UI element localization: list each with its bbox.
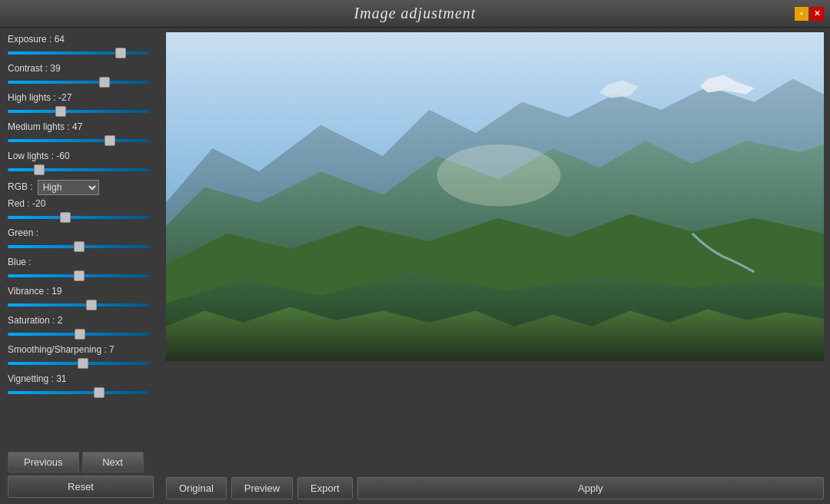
contrast-slider-container xyxy=(8,75,154,89)
rgb-select[interactable]: High Medium Low xyxy=(38,180,99,195)
blue-control: Blue : xyxy=(8,257,154,283)
saturation-control: Saturation : 2 xyxy=(8,315,154,341)
exposure-control: Exposure : 64 xyxy=(8,34,154,60)
blue-slider[interactable] xyxy=(8,274,150,277)
vibrance-control: Vibrance : 19 xyxy=(8,286,154,312)
saturation-slider-container xyxy=(8,327,154,341)
previous-button[interactable]: Previous xyxy=(8,452,79,472)
lowlights-label: Low lights : -60 xyxy=(8,151,154,161)
titlebar: Image adjustment ▪ ✕ xyxy=(0,0,830,28)
medlights-label: Medium lights : 47 xyxy=(8,121,154,132)
red-slider[interactable] xyxy=(8,216,150,219)
original-button[interactable]: Original xyxy=(166,477,227,499)
saturation-slider[interactable] xyxy=(8,333,150,336)
blue-slider-container xyxy=(8,269,154,283)
saturation-label: Saturation : 2 xyxy=(8,315,154,326)
preview-button[interactable]: Preview xyxy=(231,477,293,499)
contrast-control: Contrast : 39 xyxy=(8,63,154,89)
export-button[interactable]: Export xyxy=(297,477,353,499)
vibrance-slider[interactable] xyxy=(8,303,150,307)
highlights-slider-container xyxy=(8,104,154,118)
main-layout: Exposure : 64 Contrast : 39 High lights … xyxy=(0,28,830,504)
highlights-label: High lights : -27 xyxy=(8,92,154,103)
app-title: Image adjustment xyxy=(354,5,476,22)
mountain-image xyxy=(166,32,824,363)
nav-buttons: Previous Next xyxy=(8,452,154,472)
lowlights-control: Low lights : -60 xyxy=(8,151,154,177)
next-button[interactable]: Next xyxy=(82,452,144,472)
content-footer: Original Preview Export Apply xyxy=(166,472,824,499)
vibrance-slider-container xyxy=(8,298,154,312)
mountain-svg xyxy=(166,32,824,361)
exposure-label: Exposure : 64 xyxy=(8,34,154,45)
blue-label: Blue : xyxy=(8,257,154,267)
red-slider-container xyxy=(8,211,154,224)
exposure-slider[interactable] xyxy=(8,51,150,55)
vignetting-control: Vignetting : 31 xyxy=(8,373,154,400)
smoothing-slider[interactable] xyxy=(8,362,150,365)
vignetting-slider-container xyxy=(8,386,154,400)
content-area: Original Preview Export Apply xyxy=(161,28,830,504)
lowlights-slider-container xyxy=(8,163,154,177)
medlights-slider-container xyxy=(8,134,154,148)
highlights-control: High lights : -27 xyxy=(8,92,154,118)
apply-button[interactable]: Apply xyxy=(357,477,824,499)
rgb-label: RGB : xyxy=(8,181,33,192)
highlights-slider[interactable] xyxy=(8,110,150,113)
red-control: Red : -20 xyxy=(8,198,154,224)
smoothing-label: Smoothing/Sharpening : 7 xyxy=(8,344,154,355)
lowlights-slider[interactable] xyxy=(8,168,150,171)
window-controls: ▪ ✕ xyxy=(795,7,824,21)
minimize-button[interactable]: ▪ xyxy=(795,7,808,21)
green-label: Green : xyxy=(8,227,154,238)
vibrance-label: Vibrance : 19 xyxy=(8,286,154,297)
smoothing-slider-container xyxy=(8,356,154,370)
vignetting-slider[interactable] xyxy=(8,391,150,394)
medlights-control: Medium lights : 47 xyxy=(8,121,154,148)
medlights-slider[interactable] xyxy=(8,139,150,142)
green-slider-container xyxy=(8,240,154,254)
smoothing-control: Smoothing/Sharpening : 7 xyxy=(8,344,154,370)
green-control: Green : xyxy=(8,227,154,254)
green-slider[interactable] xyxy=(8,245,150,248)
exposure-slider-container xyxy=(8,46,154,60)
contrast-label: Contrast : 39 xyxy=(8,63,154,74)
contrast-slider[interactable] xyxy=(8,81,150,84)
controls-area: Exposure : 64 Contrast : 39 High lights … xyxy=(0,28,161,449)
image-preview xyxy=(166,32,824,472)
svg-point-8 xyxy=(437,144,560,207)
vignetting-label: Vignetting : 31 xyxy=(8,373,154,384)
reset-button[interactable]: Reset xyxy=(8,476,154,498)
red-label: Red : -20 xyxy=(8,198,154,209)
close-button[interactable]: ✕ xyxy=(810,7,824,21)
left-panel: Exposure : 64 Contrast : 39 High lights … xyxy=(0,28,161,504)
rgb-row: RGB : High Medium Low xyxy=(8,180,154,195)
left-footer: Previous Next Reset xyxy=(0,449,161,504)
